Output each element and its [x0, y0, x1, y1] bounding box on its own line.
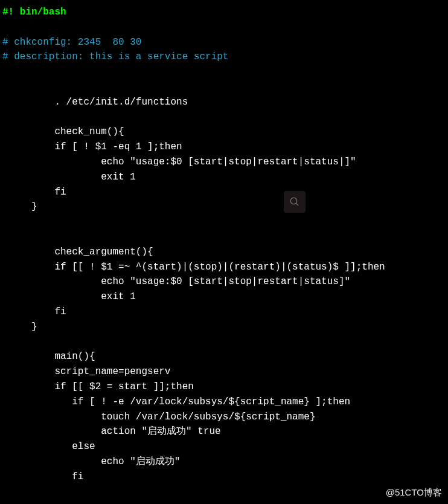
code-line: script_name=pengserv: [2, 364, 446, 380]
code-line: main(){: [2, 349, 446, 364]
code-line: #! bin/bash: [2, 5, 446, 20]
code-line: if [[ ! $1 =~ ^(start)|(stop)|(restart)|…: [2, 260, 446, 275]
search-icon: [289, 196, 300, 207]
code-line: echo "usage:$0 [start|stop|restart|statu…: [2, 155, 446, 170]
search-overlay[interactable]: [284, 191, 306, 213]
code-line: if [ ! -e /var/lock/subsys/${script_name…: [2, 395, 446, 410]
code-line: echo "usage:$0 [start|stop|restart|statu…: [2, 274, 446, 289]
code-line: [2, 215, 446, 230]
code-editor: #! bin/bash # chkconfig: 2345 80 30# des…: [2, 5, 446, 485]
code-line: fi: [2, 305, 446, 320]
code-line: # chkconfig: 2345 80 30: [2, 35, 446, 50]
svg-point-0: [290, 198, 297, 204]
code-line: [2, 110, 446, 125]
code-line: [2, 20, 446, 35]
code-line: else: [2, 439, 446, 454]
code-line: # description: this is a service script: [2, 50, 446, 65]
code-line: fi: [2, 470, 446, 485]
code-line: [2, 335, 446, 350]
code-line: action "启动成功" true: [2, 424, 446, 439]
code-line: if [ ! $1 -eq 1 ];then: [2, 140, 446, 155]
code-line: exit 1: [2, 170, 446, 185]
code-line: check_num(){: [2, 124, 446, 140]
code-line: check_argument(){: [2, 245, 446, 260]
code-line: }: [2, 199, 446, 215]
code-line: }: [2, 320, 446, 335]
code-line: exit 1: [2, 289, 446, 305]
code-line: fi: [2, 185, 446, 200]
svg-line-1: [296, 203, 298, 205]
code-line: if [[ $2 = start ]];then: [2, 380, 446, 395]
code-line: [2, 230, 446, 245]
code-line: [2, 65, 446, 80]
code-line: [2, 80, 446, 95]
watermark: @51CTO博客: [386, 485, 442, 499]
code-line: . /etc/init.d/functions: [2, 95, 446, 110]
code-line: echo "启动成功": [2, 454, 446, 470]
code-line: touch /var/lock/subsys/${script_name}: [2, 410, 446, 425]
